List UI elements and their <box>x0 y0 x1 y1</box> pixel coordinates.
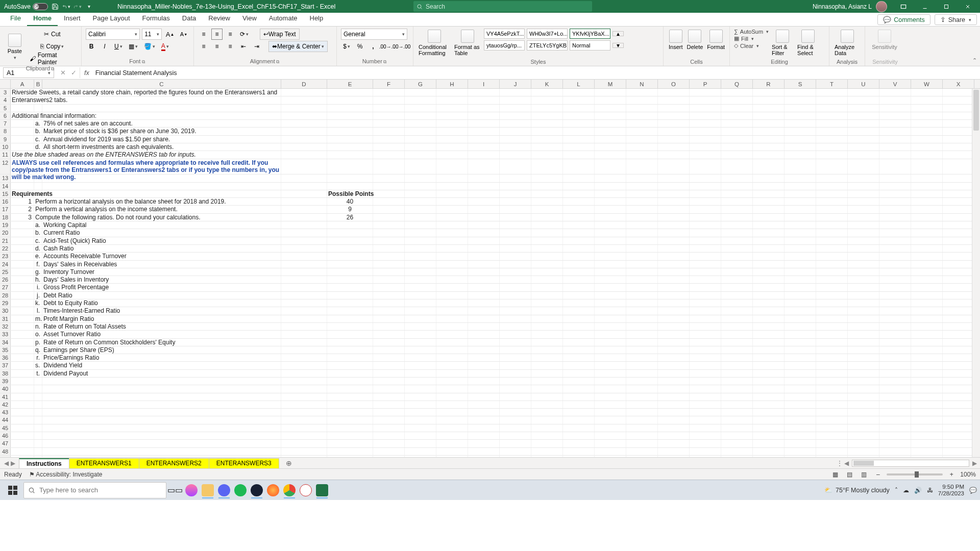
cell-V25[interactable] <box>879 268 911 276</box>
cell-A28[interactable] <box>11 292 34 299</box>
clear-button[interactable]: ◇ Clear ▾ <box>734 42 769 49</box>
cell-H12[interactable] <box>436 159 468 174</box>
cell-S9[interactable] <box>785 136 816 143</box>
cell-Q30[interactable] <box>721 307 753 314</box>
autosum-button[interactable]: ∑ AutoSum ▾ <box>734 29 769 35</box>
cell-V31[interactable] <box>879 315 911 322</box>
cell-K38[interactable] <box>531 370 563 377</box>
cell-B13[interactable] <box>34 174 42 182</box>
row-header[interactable]: 17 <box>0 206 11 213</box>
cell-T4[interactable] <box>816 96 848 104</box>
cell-M36[interactable] <box>595 354 626 361</box>
cell-B21[interactable]: c. <box>34 237 42 244</box>
cell-G21[interactable] <box>405 237 436 244</box>
cell-N30[interactable] <box>626 307 658 314</box>
cell-F10[interactable] <box>373 143 405 151</box>
cell-D12[interactable] <box>281 159 327 174</box>
cell-C28[interactable]: Debt Ratio <box>42 292 281 299</box>
cell-M11[interactable] <box>595 151 626 158</box>
cell-T36[interactable] <box>816 354 848 361</box>
cell-A10[interactable] <box>11 143 34 151</box>
cell-F15[interactable] <box>373 190 405 197</box>
cell-R10[interactable] <box>753 143 785 151</box>
cell-L31[interactable] <box>563 315 595 322</box>
worksheet-grid[interactable]: ABCDEFGHIJKLMNOPQRSTUVWX 3Riverside Swee… <box>0 80 980 457</box>
cell-G23[interactable] <box>405 253 436 260</box>
cell-H8[interactable] <box>436 128 468 135</box>
cell-Q19[interactable] <box>721 221 753 229</box>
cell-X21[interactable] <box>943 237 974 244</box>
cell-M31[interactable] <box>595 315 626 322</box>
cell-U37[interactable] <box>848 362 879 369</box>
increase-decimal-button[interactable]: .00→.0 <box>381 41 394 52</box>
sort-filter-button[interactable]: Sort & Filter <box>771 29 794 56</box>
cell-F30[interactable] <box>373 307 405 314</box>
cell-S22[interactable] <box>785 245 816 252</box>
cell-W22[interactable] <box>911 245 943 252</box>
row-header[interactable]: 21 <box>0 237 11 244</box>
cell-J12[interactable] <box>500 159 531 174</box>
cell-I15[interactable] <box>468 190 500 197</box>
cell-D20[interactable] <box>281 229 327 236</box>
cell-X5[interactable] <box>943 105 974 112</box>
cell-N4[interactable] <box>626 96 658 104</box>
cell-O4[interactable] <box>658 96 690 104</box>
cell-T24[interactable] <box>816 261 848 268</box>
cell-T9[interactable] <box>816 136 848 143</box>
cell-A23[interactable] <box>11 253 34 260</box>
fill-button[interactable]: ▦ Fill ▾ <box>734 35 769 42</box>
cell-C38[interactable]: Dividend Payout <box>42 370 281 377</box>
cell-style-1[interactable]: VY4A5ePzkT... <box>484 29 525 39</box>
row-header[interactable]: 33 <box>0 331 11 338</box>
cell-V7[interactable] <box>879 120 911 127</box>
cell-P8[interactable] <box>690 128 721 135</box>
cell-O28[interactable] <box>658 292 690 299</box>
cell-X14[interactable] <box>943 183 974 190</box>
tab-data[interactable]: Data <box>176 12 202 26</box>
cell-C21[interactable]: Acid-Test (Quick) Ratio <box>42 237 281 244</box>
cell-W18[interactable] <box>911 214 943 221</box>
row-header[interactable]: 13 <box>0 174 11 182</box>
cell-D5[interactable] <box>281 105 327 112</box>
styles-more[interactable]: ▾ <box>612 43 624 48</box>
cell-C22[interactable]: Cash Ratio <box>42 245 281 252</box>
cell-I13[interactable] <box>468 174 500 182</box>
cell-W11[interactable] <box>911 151 943 158</box>
cell-H35[interactable] <box>436 346 468 354</box>
row-header[interactable]: 18 <box>0 214 11 221</box>
row-header[interactable]: 7 <box>0 120 11 127</box>
cell-R26[interactable] <box>753 276 785 283</box>
cell-X15[interactable] <box>943 190 974 197</box>
app-spotify-icon[interactable] <box>233 482 248 498</box>
cell-H14[interactable] <box>436 183 468 190</box>
cell-E19[interactable] <box>327 221 373 229</box>
cell-W35[interactable] <box>911 346 943 354</box>
cell-C30[interactable]: Times-Interest-Earned Ratio <box>42 307 281 314</box>
cell-R21[interactable] <box>753 237 785 244</box>
cell-K36[interactable] <box>531 354 563 361</box>
cell-G15[interactable] <box>405 190 436 197</box>
cell-O29[interactable] <box>658 299 690 307</box>
cell-M10[interactable] <box>595 143 626 151</box>
cell-A38[interactable] <box>11 370 34 377</box>
cell-U27[interactable] <box>848 284 879 291</box>
cell-U10[interactable] <box>848 143 879 151</box>
cell-A26[interactable] <box>11 276 34 283</box>
col-header-D[interactable]: D <box>281 80 327 88</box>
cell-G3[interactable] <box>405 89 436 96</box>
cell-U25[interactable] <box>848 268 879 276</box>
cell-M14[interactable] <box>595 183 626 190</box>
row-header[interactable]: 3 <box>0 89 11 96</box>
cell-W38[interactable] <box>911 370 943 377</box>
cell-I19[interactable] <box>468 221 500 229</box>
cell-B35[interactable]: q. <box>34 346 42 354</box>
format-cells-button[interactable]: Format <box>706 29 726 50</box>
cell-X26[interactable] <box>943 276 974 283</box>
cell-V13[interactable] <box>879 174 911 182</box>
cell-V6[interactable] <box>879 112 911 119</box>
col-header-L[interactable]: L <box>563 80 595 88</box>
cell-O5[interactable] <box>658 105 690 112</box>
cell-M28[interactable] <box>595 292 626 299</box>
sheet-tab-enteranswers1[interactable]: ENTERANSWERS1 <box>69 458 139 468</box>
minimize-icon[interactable] <box>915 1 935 13</box>
